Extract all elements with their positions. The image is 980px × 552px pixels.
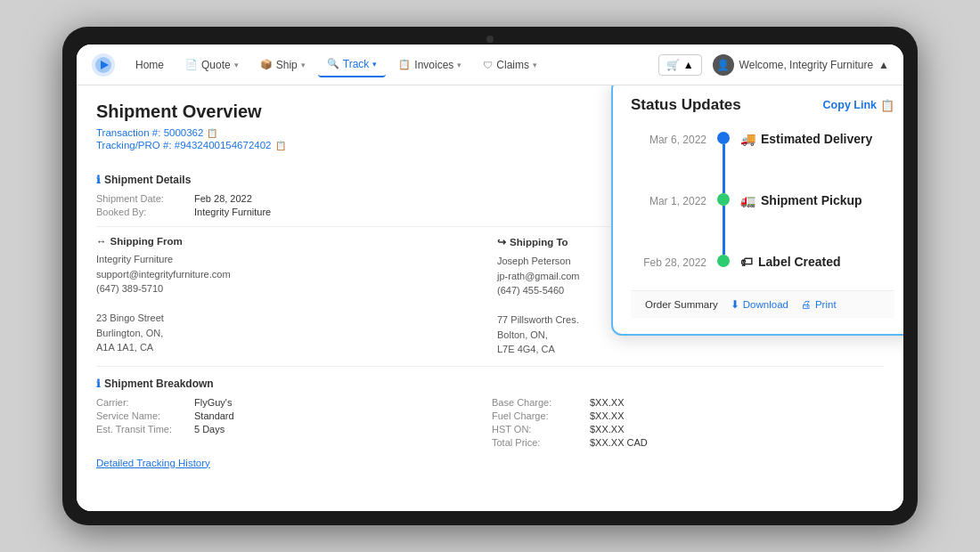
cart-button[interactable]: 🛒 ▲ <box>658 54 702 76</box>
shipping-from-section: ↔ Shipping From Integrity Furniture supp… <box>96 236 483 357</box>
nav-track[interactable]: 🔍 Track ▾ <box>318 53 387 77</box>
timeline-content-1: 🚛 Shipment Pickup <box>740 193 894 229</box>
nav-quote[interactable]: 📄 Quote ▾ <box>176 53 248 77</box>
shipment-date-value: Feb 28, 2022 <box>194 193 252 204</box>
claims-label: Claims <box>496 59 529 71</box>
timeline-label-1: Shipment Pickup <box>761 193 862 207</box>
base-charge-label: Base Charge: <box>492 397 590 408</box>
timeline-event-2: 🏷 Label Created <box>740 255 894 269</box>
transaction-link[interactable]: Transaction #: 5000362 📋 <box>96 127 286 138</box>
timeline-content-0: 🚚 Estimated Delivery <box>740 132 894 167</box>
breakdown-info-icon: ℹ <box>96 377 101 390</box>
base-charge-value: $XX.XX <box>590 397 625 408</box>
timeline-item-0: Mar 6, 2022 🚚 Estimated Delivery <box>631 132 894 193</box>
print-label: Print <box>815 299 837 310</box>
booked-by-label: Booked By: <box>96 207 194 217</box>
timeline-connector-1 <box>717 193 730 255</box>
breakdown-left: Carrier: FlyGuy's Service Name: Standard… <box>96 397 488 451</box>
tracking-label: Tracking/PRO #: #9432400154672402 <box>96 140 272 150</box>
tracking-link[interactable]: Tracking/PRO #: #9432400154672402 📋 <box>96 140 286 150</box>
timeline-label-2: Label Created <box>758 255 841 269</box>
nav-invoices[interactable]: 📋 Invoices ▾ <box>389 53 470 77</box>
nav-home[interactable]: Home <box>127 53 173 77</box>
total-value: $XX.XX CAD <box>590 437 648 448</box>
service-label: Service Name: <box>96 410 194 421</box>
breakdown-header-label: Shipment Breakdown <box>104 377 214 390</box>
timeline-content-2: 🏷 Label Created <box>740 255 894 290</box>
service-row: Service Name: Standard <box>96 410 488 421</box>
from-address-block: Integrity Furniture support@integrityfur… <box>96 252 483 355</box>
carrier-label: Carrier: <box>96 397 194 408</box>
to-street: 77 Pillsworth Cres. <box>497 314 579 325</box>
service-value: Standard <box>194 410 234 421</box>
total-label: Total Price: <box>492 437 590 448</box>
delivery-icon: 🚚 <box>740 132 755 146</box>
status-panel-title: Status Updates <box>631 96 741 114</box>
shipment-title: Shipment Overview <box>96 101 286 122</box>
ship-chevron: ▾ <box>301 61 306 69</box>
breakdown-grid: Carrier: FlyGuy's Service Name: Standard… <box>96 397 884 451</box>
quote-label: Quote <box>201 59 231 71</box>
invoices-label: Invoices <box>414 59 453 71</box>
timeline-connector-0 <box>717 132 730 193</box>
cart-chevron: ▲ <box>683 59 694 71</box>
transit-value: 5 Days <box>194 424 225 434</box>
breakdown-right: Base Charge: $XX.XX Fuel Charge: $XX.XX … <box>492 397 884 451</box>
home-label: Home <box>135 59 164 71</box>
breakdown-section-header: ℹ Shipment Breakdown <box>96 377 884 390</box>
nav-claims[interactable]: 🛡 Claims ▾ <box>474 53 546 77</box>
user-menu[interactable]: 👤 Welcome, Integrity Furniture ▲ <box>713 54 889 76</box>
timeline-event-0: 🚚 Estimated Delivery <box>740 132 894 146</box>
order-summary-label: Order Summary <box>645 299 718 310</box>
nav-ship[interactable]: 📦 Ship ▾ <box>251 53 314 77</box>
timeline-date-2: Feb 28, 2022 <box>631 255 706 269</box>
avatar: 👤 <box>713 54 734 76</box>
transaction-label: Transaction #: 5000362 <box>96 127 203 138</box>
info-icon: ℹ <box>96 174 101 186</box>
timeline-item-1: Mar 1, 2022 🚛 Shipment Pickup <box>631 193 894 255</box>
nav-right: 🛒 ▲ 👤 Welcome, Integrity Furniture ▲ <box>658 54 889 76</box>
copy-transaction-icon: 📋 <box>207 128 217 138</box>
tablet-screen: Home 📄 Quote ▾ 📦 Ship ▾ 🔍 Track ▾ <box>77 45 903 511</box>
nav-links: Home 📄 Quote ▾ 📦 Ship ▾ 🔍 Track ▾ <box>127 53 658 77</box>
to-city: Bolton, ON, <box>497 329 548 340</box>
transit-row: Est. Transit Time: 5 Days <box>96 424 488 434</box>
tracking-history-link[interactable]: Detailed Tracking History <box>96 458 884 468</box>
download-button[interactable]: ⬇ Download <box>731 298 788 311</box>
booked-by-value: Integrity Furniture <box>194 207 271 217</box>
from-email: support@integrityfurniture.com <box>96 269 231 280</box>
status-updates-panel: Status Updates Copy Link 📋 Mar 6, 2022 <box>611 85 903 336</box>
to-postal: L7E 4G4, CA <box>497 344 555 354</box>
claims-chevron: ▾ <box>533 61 537 69</box>
status-panel-header: Status Updates Copy Link 📋 <box>631 96 894 114</box>
shipping-from-header: ↔ Shipping From <box>96 236 483 247</box>
track-label: Track <box>343 58 370 70</box>
user-chevron: ▲ <box>878 59 889 71</box>
shipment-date-label: Shipment Date: <box>96 193 194 204</box>
from-street: 23 Bingo Street <box>96 313 164 323</box>
download-icon: ⬇ <box>731 298 739 311</box>
copy-link-button[interactable]: Copy Link 📋 <box>823 99 894 112</box>
fuel-charge-row: Fuel Charge: $XX.XX <box>492 410 884 421</box>
pickup-icon: 🚛 <box>740 193 755 207</box>
fuel-charge-value: $XX.XX <box>590 410 625 421</box>
hst-row: HST ON: $XX.XX <box>492 424 884 434</box>
hst-value: $XX.XX <box>590 424 625 434</box>
timeline-event-1: 🚛 Shipment Pickup <box>740 193 894 207</box>
main-content: Shipment Overview Transaction #: 5000362… <box>77 85 903 511</box>
from-phone: (647) 389-5710 <box>96 283 163 294</box>
timeline-dot-2 <box>717 255 730 267</box>
from-name: Integrity Furniture <box>96 254 173 264</box>
cart-icon: 🛒 <box>666 59 680 71</box>
print-icon: 🖨 <box>801 299 812 310</box>
from-city: Burlington, ON, <box>96 328 163 338</box>
tablet-frame: Home 📄 Quote ▾ 📦 Ship ▾ 🔍 Track ▾ <box>62 27 918 525</box>
to-name: Joseph Peterson <box>497 256 571 266</box>
copy-link-label: Copy Link <box>823 99 877 111</box>
print-button[interactable]: 🖨 Print <box>801 299 837 310</box>
timeline-connector-2 <box>717 255 730 267</box>
carrier-value: FlyGuy's <box>194 397 232 408</box>
fuel-charge-label: Fuel Charge: <box>492 410 590 421</box>
base-charge-row: Base Charge: $XX.XX <box>492 397 884 408</box>
timeline: Mar 6, 2022 🚚 Estimated Delivery <box>631 132 894 290</box>
